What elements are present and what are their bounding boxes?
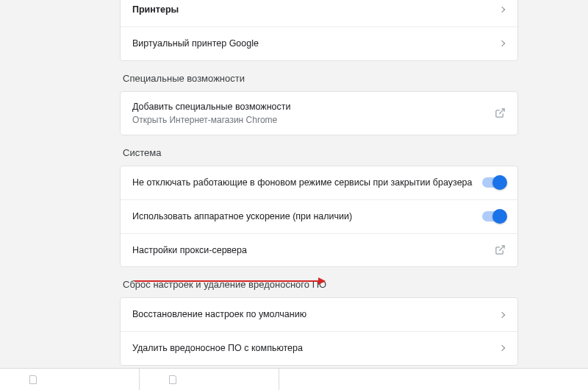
- section-title-system: Система: [120, 135, 518, 166]
- row-cleanup-computer[interactable]: Удалить вредоносное ПО с компьютера: [121, 331, 517, 365]
- system-card: Не отключать работающие в фоновом режиме…: [120, 166, 518, 267]
- row-label: Добавить специальные возможности: [132, 100, 291, 114]
- bottom-tab[interactable]: [140, 369, 279, 390]
- row-label: Не отключать работающие в фоновом режиме…: [132, 176, 472, 190]
- chevron-right-icon: [499, 311, 505, 317]
- row-hardware-acceleration[interactable]: Использовать аппаратное ускорение (при н…: [121, 199, 517, 233]
- row-restore-defaults[interactable]: Восстановление настроек по умолчанию: [121, 298, 517, 331]
- accessibility-card: Добавить специальные возможности Открыть…: [120, 91, 518, 136]
- row-label: Настройки прокси-сервера: [132, 244, 247, 258]
- row-add-accessibility[interactable]: Добавить специальные возможности Открыть…: [121, 92, 517, 135]
- reset-card: Восстановление настроек по умолчанию Уда…: [120, 297, 518, 366]
- row-cloud-print[interactable]: Виртуальный принтер Google: [121, 26, 517, 60]
- chevron-right-icon: [499, 345, 505, 351]
- external-link-icon: [495, 107, 506, 118]
- row-label: Восстановление настроек по умолчанию: [132, 308, 306, 322]
- toggle-background-apps[interactable]: [482, 177, 506, 188]
- row-printers[interactable]: Принтеры: [121, 0, 517, 26]
- chevron-right-icon: [499, 7, 505, 13]
- row-proxy-settings[interactable]: Настройки прокси-сервера: [121, 233, 517, 267]
- external-link-icon: [495, 244, 506, 255]
- row-sublabel: Открыть Интернет-магазин Chrome: [132, 114, 291, 127]
- row-label: Удалить вредоносное ПО с компьютера: [132, 341, 303, 355]
- row-label: Принтеры: [132, 3, 179, 17]
- svg-line-1: [499, 246, 504, 251]
- section-title-reset: Сброс настроек и удаление вредоносного П…: [120, 267, 518, 297]
- row-label: Виртуальный принтер Google: [132, 37, 259, 51]
- svg-line-0: [499, 109, 504, 114]
- bottom-tab[interactable]: [0, 369, 140, 390]
- toggle-hardware-acceleration[interactable]: [482, 211, 506, 221]
- section-title-accessibility: Специальные возможности: [120, 61, 518, 91]
- row-label: Использовать аппаратное ускорение (при н…: [132, 210, 352, 224]
- row-background-apps[interactable]: Не отключать работающие в фоновом режиме…: [121, 166, 517, 199]
- document-icon: [169, 375, 176, 384]
- document-icon: [29, 375, 37, 384]
- bottom-tab-strip: [0, 368, 588, 390]
- printing-card: Принтеры Виртуальный принтер Google: [120, 0, 518, 61]
- chevron-right-icon: [499, 40, 505, 46]
